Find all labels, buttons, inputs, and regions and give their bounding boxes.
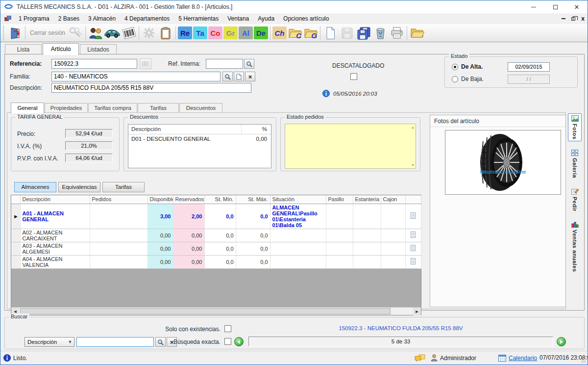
scroll-down-icon[interactable]: ▼ <box>411 163 415 167</box>
row-detail-button[interactable] <box>405 229 421 242</box>
logout-label[interactable]: Cerrar sesión <box>27 29 67 36</box>
quick-re-button[interactable]: Re <box>178 26 192 39</box>
familia-input[interactable] <box>51 72 220 81</box>
record-position[interactable]: 5 de 33 <box>248 337 553 346</box>
familia-clear-button[interactable]: × <box>245 72 255 81</box>
descripcion-input[interactable] <box>51 83 251 93</box>
ref-interna-search-button[interactable] <box>244 59 254 69</box>
menu-opciones-articulo[interactable]: Opciones artículo <box>279 14 333 23</box>
scroll-up-icon[interactable]: ▲ <box>411 126 415 129</box>
referencia-input[interactable] <box>51 59 137 69</box>
calendar-link[interactable]: Calendario <box>509 355 537 362</box>
de-baja-radio[interactable] <box>452 76 458 82</box>
toolbar-grip[interactable] <box>3 26 5 40</box>
grid-col-st-min[interactable]: St. Mín. <box>204 195 236 204</box>
save-all-icon[interactable] <box>355 25 372 41</box>
mdi-minimize-button[interactable] <box>562 18 565 19</box>
quick-de-button[interactable]: De <box>254 26 268 39</box>
grid-col-reservados[interactable]: Reservados <box>173 195 204 204</box>
clipboard-icon[interactable] <box>157 25 174 41</box>
keys-icon[interactable] <box>67 25 84 41</box>
descuentos-col-descripcion[interactable]: Descripción <box>128 125 242 134</box>
quick-ch-button[interactable]: Ch <box>272 26 287 39</box>
subtab-tarifas[interactable]: Tarifas <box>138 103 179 113</box>
grid-col-descripcion[interactable]: Descripción <box>20 195 90 204</box>
row-detail-button[interactable] <box>405 242 421 255</box>
tab-articulo[interactable]: Artículo <box>43 43 79 55</box>
subtab-tarifas-compra[interactable]: Tarifas compra <box>88 103 137 113</box>
clients-icon[interactable] <box>87 25 104 41</box>
side-tab-galeria[interactable]: Galería <box>568 148 582 180</box>
menu-almacen[interactable]: 3 Almacén <box>84 14 120 23</box>
table-row[interactable]: A04 - ALMACEN VALENCIA 0,00 0,00 0,0 0,0 <box>11 255 421 268</box>
mdi-restore-button[interactable] <box>571 17 575 21</box>
side-tab-ventas-anuales[interactable]: Ventas anuales <box>568 220 582 274</box>
grid-horizontal-scrollbar[interactable]: ◄ ► <box>11 307 421 315</box>
search-field-select[interactable]: Descripción ▼ <box>24 337 74 347</box>
grid-col-cajon[interactable]: Cajon <box>381 195 405 204</box>
quick-ta-button[interactable]: Ta <box>193 26 207 39</box>
menu-departamentos[interactable]: 4 Departamentos <box>120 14 174 23</box>
menu-programa[interactable]: 1 Programa <box>14 14 54 23</box>
close-button[interactable]: ✕ <box>566 0 588 13</box>
gear-icon[interactable] <box>141 25 157 41</box>
side-tab-pedir[interactable]: Pedir <box>568 186 582 213</box>
menu-ayuda[interactable]: Ayuda <box>253 14 279 23</box>
tab-listados[interactable]: Listados <box>80 44 117 54</box>
estado-pedidos-textarea[interactable]: ▲ ▼ <box>285 124 416 169</box>
row-detail-button[interactable] <box>405 204 421 229</box>
familia-search-button[interactable] <box>222 72 233 81</box>
table-row[interactable]: ► A01 - ALMACEN GENERAL 3,00 2,00 0,0 0,… <box>11 204 421 229</box>
ref-interna-input[interactable] <box>206 59 243 69</box>
grid-col-estanteria[interactable]: Estanteria <box>353 195 381 204</box>
folder-c-button[interactable]: C <box>287 26 303 40</box>
vehicle-icon[interactable] <box>104 25 121 41</box>
open-folder-icon[interactable] <box>409 25 425 41</box>
search-input[interactable] <box>76 337 154 347</box>
article-photo[interactable]: Neumaticos-online <box>445 130 561 195</box>
quick-gr-button[interactable]: Gr <box>223 26 238 39</box>
descatalogado-checkbox[interactable] <box>350 73 357 80</box>
messages-button[interactable] <box>415 354 425 363</box>
resize-grip[interactable] <box>581 358 586 363</box>
side-tab-fotos[interactable]: Fotos <box>568 113 582 141</box>
table-row[interactable]: A03 - ALMACEN ALGEMESI 0,00 0,00 0,0 0,0 <box>11 242 421 255</box>
solo-existencias-checkbox[interactable] <box>224 325 231 332</box>
quick-al-button[interactable]: Al <box>239 26 253 39</box>
next-record-button[interactable] <box>557 337 566 346</box>
descuentos-col-pct[interactable]: % <box>242 125 271 134</box>
barcode-icon[interactable] <box>121 25 137 41</box>
quick-co-button[interactable]: Co <box>208 26 222 39</box>
menu-bases[interactable]: 2 Bases <box>54 14 84 23</box>
save-icon[interactable] <box>339 25 355 41</box>
new-record-icon[interactable] <box>322 25 339 41</box>
grid-col-pasillo[interactable]: Pasillo <box>326 195 353 204</box>
exit-door-icon[interactable] <box>7 25 24 41</box>
minimize-button[interactable] <box>523 0 544 13</box>
table-row[interactable]: A02 - ALMACEN CARCAIXENT 0,00 0,00 0,0 0… <box>11 229 421 242</box>
print-icon[interactable] <box>389 25 405 41</box>
alta-date-field[interactable]: 02/09/2015 <box>508 62 550 72</box>
de-alta-radio[interactable] <box>452 64 458 70</box>
tab-lista[interactable]: Lista <box>5 44 42 54</box>
scrollbar-thumb[interactable] <box>20 308 391 314</box>
equivalencias-button[interactable]: Equivalencias <box>58 182 100 192</box>
prev-record-button[interactable] <box>234 337 244 346</box>
grid-col-pedidos[interactable]: Pedidos <box>90 195 147 204</box>
almacenes-button[interactable]: Almacenes <box>14 182 56 192</box>
familia-new-button[interactable] <box>234 72 244 81</box>
folder-g-button[interactable]: G <box>303 26 318 40</box>
maximize-button[interactable] <box>544 0 566 13</box>
grid-col-situacion[interactable]: Situación <box>270 195 326 204</box>
calendar-button[interactable]: Calendario <box>498 354 537 362</box>
subtab-descuentos[interactable]: Descuentos <box>179 103 222 113</box>
menu-herramientas[interactable]: 5 Herramientas <box>174 14 223 23</box>
descuento-row[interactable]: D01 - DESCUENTO GENERAL 0,00 <box>128 134 271 144</box>
menu-ventana[interactable]: Ventana <box>223 14 253 23</box>
subtab-propiedades[interactable]: Propiedades <box>45 103 88 113</box>
delete-bin-icon[interactable] <box>372 25 389 41</box>
subtab-general[interactable]: General <box>11 103 44 113</box>
scroll-right-icon[interactable]: ► <box>413 308 421 315</box>
busqueda-exacta-checkbox[interactable] <box>224 338 231 345</box>
mdi-close-button[interactable]: x <box>581 16 585 22</box>
